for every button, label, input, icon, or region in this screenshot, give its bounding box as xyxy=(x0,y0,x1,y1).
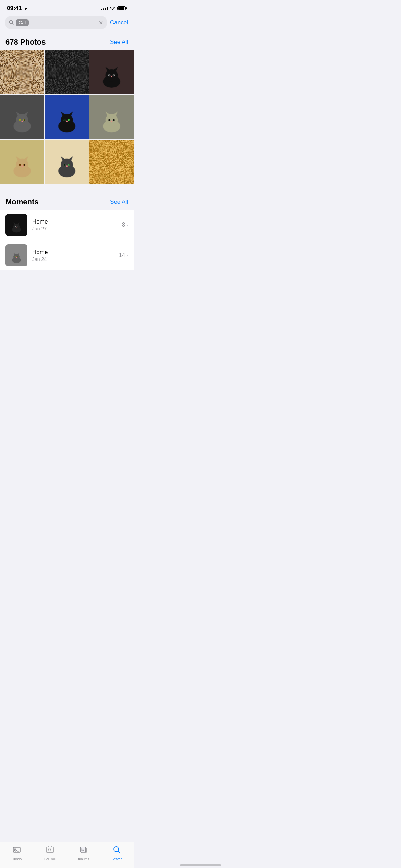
photos-see-all-button[interactable]: See All xyxy=(110,39,128,46)
photo-cell[interactable] xyxy=(89,95,134,139)
photo-cell[interactable] xyxy=(45,95,89,139)
moment-location: Home xyxy=(32,218,117,225)
photo-cell[interactable] xyxy=(45,140,89,184)
moment-count-area: 14 › xyxy=(119,252,128,259)
moment-chevron-icon: › xyxy=(126,222,128,228)
moment-location: Home xyxy=(32,249,114,256)
photo-cell[interactable] xyxy=(0,95,44,139)
search-clear-button[interactable]: ✕ xyxy=(99,20,103,26)
photo-cell[interactable] xyxy=(89,50,134,94)
photos-count-title: 678 Photos xyxy=(5,38,46,47)
search-magnifier-icon xyxy=(9,20,14,26)
moment-thumb xyxy=(5,244,27,266)
moment-item[interactable]: Home Jan 27 8 › xyxy=(0,210,134,240)
moment-item[interactable]: Home Jan 24 14 › xyxy=(0,240,134,270)
moment-count: 8 xyxy=(122,221,125,228)
status-time-area: 09:41 ➤ xyxy=(7,5,28,12)
cancel-button[interactable]: Cancel xyxy=(110,19,128,26)
moment-info: Home Jan 24 xyxy=(32,249,114,262)
moment-info: Home Jan 27 xyxy=(32,218,117,231)
moment-date: Jan 24 xyxy=(32,256,114,262)
moment-thumb xyxy=(5,214,27,236)
location-arrow-icon: ➤ xyxy=(24,6,28,11)
moment-list: Home Jan 27 8 › Home Jan 24 14 xyxy=(0,210,134,270)
search-bar[interactable]: Cat ✕ xyxy=(5,16,107,29)
status-icons xyxy=(101,6,127,11)
moment-count-area: 8 › xyxy=(122,221,128,228)
search-bar-container: Cat ✕ Cancel xyxy=(0,13,134,32)
moments-section: Moments See All Home Jan 27 8 › xyxy=(0,184,134,270)
photo-cell[interactable] xyxy=(0,140,44,184)
svg-line-1 xyxy=(12,23,14,24)
wifi-icon xyxy=(110,6,115,11)
status-bar: 09:41 ➤ xyxy=(0,0,134,13)
photo-cell[interactable] xyxy=(0,50,44,94)
battery-icon xyxy=(117,6,127,10)
moments-section-header: Moments See All xyxy=(0,192,134,210)
moment-date: Jan 27 xyxy=(32,226,117,231)
photos-section-header: 678 Photos See All xyxy=(0,32,134,50)
moments-see-all-button[interactable]: See All xyxy=(110,198,128,205)
photo-cell[interactable] xyxy=(45,50,89,94)
photo-grid xyxy=(0,50,134,184)
moment-count: 14 xyxy=(119,252,125,259)
status-time: 09:41 xyxy=(7,5,22,11)
photo-cell[interactable] xyxy=(89,140,134,184)
moment-chevron-icon: › xyxy=(126,253,128,258)
search-query-pill: Cat xyxy=(16,19,29,26)
signal-icon xyxy=(101,6,108,10)
moments-title: Moments xyxy=(5,197,39,206)
